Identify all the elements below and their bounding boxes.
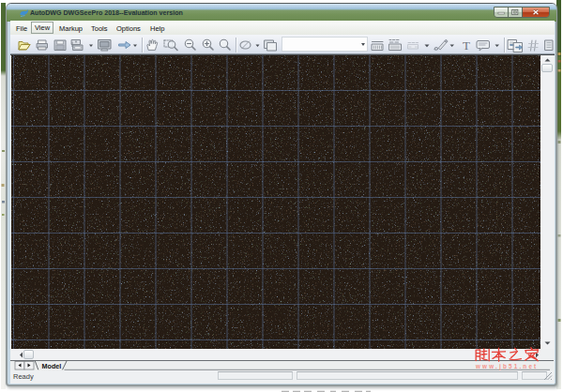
- svg-text:T: T: [463, 38, 470, 52]
- svg-text:Model: Model: [42, 362, 62, 370]
